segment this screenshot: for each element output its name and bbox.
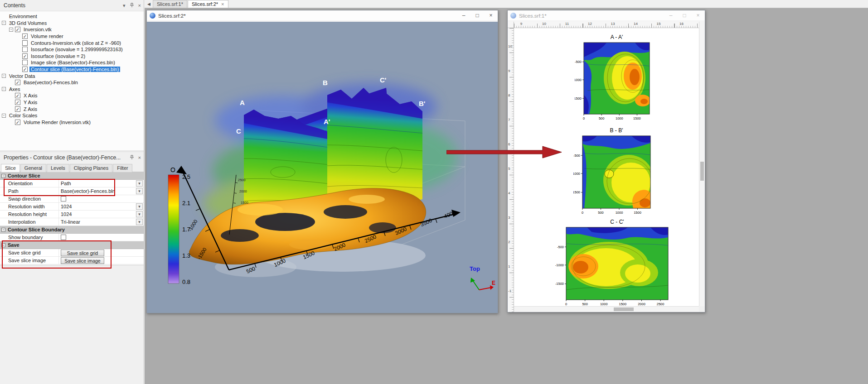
tree-expander-icon[interactable]: - — [9, 28, 13, 32]
tree-checkbox[interactable]: ✓ — [22, 34, 28, 39]
3d-view-content[interactable]: O2.52.11.71.30.8-1000-150050010001500200… — [147, 22, 498, 313]
doc-tab-slices-srf-2[interactable]: Slices.srf:2*× — [188, 0, 228, 8]
pin-icon[interactable] — [130, 155, 134, 161]
property-value[interactable]: Path▾ — [59, 180, 144, 187]
tree-item-isosurface-isovalue-2[interactable]: ✓Isosurface (isovalue = 2) — [0, 53, 144, 60]
tree-checkbox[interactable]: ✓ — [15, 93, 20, 98]
tree-item-y-axis[interactable]: ✓Y Axis — [0, 99, 144, 106]
property-value[interactable] — [59, 234, 144, 241]
doc-tab-slices-srf-1[interactable]: Slices.srf:1* — [153, 0, 187, 8]
tree-item-volume-render[interactable]: ✓Volume render — [0, 33, 144, 40]
tree-item-label[interactable]: Isosurface (isovalue = 1.2999999523163) — [29, 47, 124, 52]
property-value[interactable]: Tri-linear▾ — [59, 218, 144, 226]
group-expander-icon[interactable]: - — [1, 228, 5, 232]
tree-item-color-scales[interactable]: -Color Scales — [0, 112, 144, 119]
cross-section-plot-b[interactable]: B - B'050010001500-500-1000-1500 — [573, 125, 657, 224]
tree-item-label[interactable]: Base(vector)-Fences.bln — [22, 80, 79, 85]
tree-item-volume-render-inversion-vtk[interactable]: ✓Volume Render (Inversion.vtk) — [0, 119, 144, 126]
close-button[interactable]: × — [484, 10, 498, 21]
tree-item-label[interactable]: X Axis — [22, 93, 39, 98]
dropdown-arrow-icon[interactable]: ▾ — [136, 219, 143, 225]
tree-item-label[interactable]: Color Scales — [8, 113, 39, 118]
minimize-button[interactable]: – — [664, 10, 678, 21]
tree-item-axes[interactable]: -Axes — [0, 86, 144, 93]
property-value[interactable]: 1024▾ — [59, 211, 144, 218]
window-titlebar[interactable]: Slices.srf:2* – □ × — [147, 10, 498, 21]
tree-item-label[interactable]: Inversion.vtk — [22, 27, 53, 32]
group-expander-icon[interactable]: - — [1, 243, 5, 247]
3d-scene[interactable]: O2.52.11.71.30.8-1000-150050010001500200… — [147, 22, 498, 313]
tree-checkbox[interactable] — [22, 60, 28, 65]
tree-item-label[interactable]: Z Axis — [22, 106, 39, 112]
property-row-save-slice-image[interactable]: Save slice imageSave slice image — [0, 257, 144, 264]
property-value[interactable]: 1024▾ — [59, 203, 144, 210]
property-row-save-slice-grid[interactable]: Save slice gridSave slice grid — [0, 249, 144, 257]
tree-item-label[interactable]: Volume render — [29, 34, 65, 39]
window-titlebar[interactable]: Slices.srf:1* – □ × — [508, 10, 705, 21]
maximize-button[interactable]: □ — [470, 10, 484, 21]
tree-item-label[interactable]: Vector Data — [8, 73, 36, 79]
tree-item-z-axis[interactable]: ✓Z Axis — [0, 106, 144, 112]
tree-item-isosurface-isovalue-1-2999999523163[interactable]: Isosurface (isovalue = 1.2999999523163) — [0, 46, 144, 53]
tree-item-label[interactable]: Contours-Inversion.vtk (slice at Z = -96… — [29, 40, 122, 46]
properties-tab-slice[interactable]: Slice — [1, 164, 20, 172]
tree-item-inversion-vtk[interactable]: -✓Inversion.vtk — [0, 26, 144, 33]
tree-item-environment[interactable]: Environment — [0, 13, 144, 20]
chevron-down-icon[interactable]: ▾ — [123, 3, 126, 8]
close-button[interactable]: × — [691, 10, 705, 21]
color-scale-bar[interactable] — [168, 175, 179, 283]
property-row-contour-slice-boundary[interactable]: -Contour Slice Boundary — [0, 226, 144, 234]
maximize-button[interactable]: □ — [678, 10, 691, 21]
tab-scroll-left-icon[interactable]: ◀ — [146, 2, 153, 8]
tree-item-contour-slice-base-vector-fences-bln[interactable]: ✓Contour slice (Base(vector)-Fences.bln) — [0, 66, 144, 73]
dropdown-arrow-icon[interactable]: ▾ — [136, 188, 143, 194]
property-row-resolution-width[interactable]: Resolution width1024▾ — [0, 203, 144, 211]
tree-item-label[interactable]: Image slice (Base(vector)-Fences.bln) — [29, 60, 116, 65]
tree-checkbox[interactable]: ✓ — [22, 67, 28, 72]
tree-checkbox[interactable]: ✓ — [15, 80, 20, 85]
horizontal-scrollbar[interactable] — [514, 306, 699, 312]
tree-expander-icon[interactable]: - — [2, 21, 6, 25]
tree-item-label[interactable]: 3D Grid Volumes — [8, 20, 48, 26]
tree-expander-icon[interactable]: - — [2, 114, 6, 118]
tree-checkbox[interactable] — [22, 47, 28, 52]
property-value[interactable]: Base(vector)-Fences.bln▾ — [59, 187, 144, 195]
property-value[interactable]: Save slice grid — [59, 249, 144, 256]
property-row-save[interactable]: -Save — [0, 241, 144, 249]
close-icon[interactable]: × — [138, 155, 141, 160]
property-row-interpolation[interactable]: InterpolationTri-linear▾ — [0, 218, 144, 226]
save-slice-grid-button[interactable]: Save slice grid — [61, 250, 104, 256]
cross-section-plot-c[interactable]: C - C'05001000150020002500-500-1000-1500 — [555, 217, 671, 312]
property-value[interactable]: Save slice image — [59, 257, 144, 264]
properties-tab-general[interactable]: General — [20, 164, 46, 172]
cross-section-plot-a[interactable]: A - A'050010001500-500-1000-1500 — [575, 32, 656, 130]
tree-item-label[interactable]: Volume Render (Inversion.vtk) — [22, 120, 92, 125]
tree-item-label[interactable]: Contour slice (Base(vector)-Fences.bln) — [29, 67, 120, 72]
group-expander-icon[interactable]: - — [1, 174, 5, 178]
vertical-scrollbar[interactable] — [699, 22, 705, 306]
property-row-swap-direction[interactable]: Swap direction — [0, 195, 144, 203]
tree-checkbox[interactable]: ✓ — [15, 27, 20, 32]
properties-tab-clipping-planes[interactable]: Clipping Planes — [70, 164, 112, 172]
dropdown-arrow-icon[interactable]: ▾ — [136, 203, 143, 210]
scrollbar-thumb[interactable] — [614, 307, 634, 311]
save-slice-image-button[interactable]: Save slice image — [61, 257, 104, 264]
tree-item-label[interactable]: Isosurface (isovalue = 2) — [29, 53, 87, 59]
tree-expander-icon[interactable]: - — [2, 74, 6, 78]
plot-page-content[interactable]: 91011121314151617 10987654321-1 — [508, 22, 705, 312]
tree-checkbox[interactable]: ✓ — [15, 100, 20, 105]
properties-tab-filter[interactable]: Filter — [113, 164, 132, 172]
close-icon[interactable]: × — [138, 3, 141, 8]
tree-item-3d-grid-volumes[interactable]: -3D Grid Volumes — [0, 20, 144, 27]
minimize-button[interactable]: – — [457, 10, 470, 21]
pin-icon[interactable] — [130, 3, 134, 9]
properties-tab-levels[interactable]: Levels — [47, 164, 69, 172]
tree-item-contours-inversion-vtk-slice-at-z-960[interactable]: Contours-Inversion.vtk (slice at Z = -96… — [0, 39, 144, 46]
tab-close-icon[interactable]: × — [221, 1, 224, 7]
property-row-orientation[interactable]: OrientationPath▾ — [0, 180, 144, 187]
tree-item-x-axis[interactable]: ✓X Axis — [0, 92, 144, 99]
property-checkbox[interactable] — [61, 235, 66, 240]
property-row-resolution-height[interactable]: Resolution height1024▾ — [0, 211, 144, 218]
scrollbar-thumb[interactable] — [700, 162, 704, 181]
property-row-contour-slice[interactable]: -Contour Slice — [0, 172, 144, 180]
